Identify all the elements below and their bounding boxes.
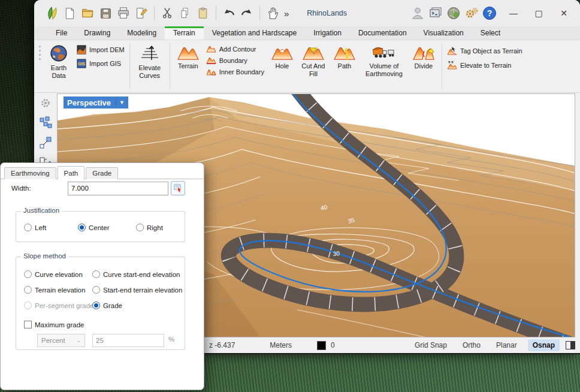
import-gis-button[interactable]: GIS Import GIS <box>74 58 127 69</box>
import-dem-button[interactable]: Import DEM <box>74 44 127 55</box>
tag-object-as-terrain-button[interactable]: Tag Object as Terrain <box>445 46 525 56</box>
tab-path[interactable]: Path <box>58 166 85 179</box>
cut-and-fill-button[interactable]: Cut And Fill <box>298 42 329 91</box>
width-input[interactable] <box>68 182 168 195</box>
cut-button[interactable] <box>159 5 176 22</box>
radio-terrain-elevation[interactable]: Terrain elevation <box>24 286 85 294</box>
tab-vegetation-hardscape[interactable]: Vegetation and Hardscape <box>204 26 305 40</box>
more-tools-button[interactable]: » <box>282 8 291 19</box>
layer-color-swatch[interactable] <box>317 341 326 350</box>
paste-button[interactable] <box>195 5 212 22</box>
edit-note-button[interactable] <box>133 5 150 22</box>
elevate-to-terrain-button[interactable]: Elevate to Terrain <box>445 60 525 70</box>
radio-per-segment-grade: Per-segment grade <box>24 301 93 309</box>
account-icon[interactable] <box>409 5 426 22</box>
justification-legend: Justification <box>21 207 62 214</box>
gis-badge-icon: GIS <box>77 59 86 68</box>
ribbon-separator <box>170 43 170 89</box>
undo-button[interactable] <box>220 5 237 22</box>
path-button[interactable]: Path <box>329 42 360 91</box>
earth-data-button[interactable]: Earth Data <box>43 42 74 91</box>
open-file-button[interactable] <box>79 5 96 22</box>
tab-documentation[interactable]: Documentation <box>350 26 415 40</box>
pan-hand-button[interactable] <box>264 5 281 22</box>
ribbon-grip-handle[interactable] <box>38 42 43 91</box>
radio-curve-elevation[interactable]: Curve elevation <box>24 270 83 278</box>
z-coordinate: z -6.437 <box>209 341 235 349</box>
inner-boundary-icon <box>206 68 216 76</box>
layer-name[interactable]: 0 <box>331 341 335 349</box>
earth-anchor-icon[interactable] <box>445 5 462 22</box>
pick-width-button[interactable] <box>171 181 185 195</box>
minimize-button[interactable]: — <box>503 5 524 22</box>
radio-left[interactable]: Left <box>24 224 46 231</box>
add-contour-button[interactable]: Add Contour <box>204 44 267 53</box>
path-options-dialog: Earthmoving Path Grade Width: Justificat… <box>0 162 204 390</box>
radio-right[interactable]: Right <box>136 224 163 231</box>
tab-irrigation[interactable]: Irrigation <box>305 26 350 40</box>
panel-layout-icon[interactable] <box>566 341 575 349</box>
tag-object-icon <box>447 46 457 55</box>
radio-center[interactable]: Center <box>78 224 110 231</box>
cut-and-fill-icon <box>303 44 324 61</box>
app-logo-icon <box>43 5 60 22</box>
terrain-button[interactable]: Terrain <box>173 42 204 91</box>
boundary-button[interactable]: Boundary <box>204 56 267 65</box>
tab-terrain[interactable]: Terrain <box>165 26 204 40</box>
add-contour-icon <box>206 45 216 53</box>
hole-button[interactable]: Hole <box>267 42 298 91</box>
blocks-tool-icon[interactable] <box>38 116 53 130</box>
maximize-button[interactable]: ▢ <box>528 5 549 22</box>
save-button[interactable] <box>97 5 114 22</box>
copy-button[interactable] <box>177 5 194 22</box>
tab-file[interactable]: File <box>47 26 75 40</box>
ribbon-separator <box>129 43 130 89</box>
tab-visualization[interactable]: Visualization <box>415 26 472 40</box>
grid-snap-toggle[interactable]: Grid Snap <box>410 339 452 351</box>
radio-curve-start-end-elevation[interactable]: Curve start-end elevation <box>92 270 180 278</box>
ribbon-tab-strip: File Drawing Modeling Terrain Vegetation… <box>34 26 580 40</box>
ribbon-terrain-panel: Earth Data Import DEM GIS Import GIS <box>34 40 580 93</box>
close-button[interactable]: ✕ <box>554 5 574 22</box>
toolbar-separator <box>259 6 260 20</box>
width-label: Width: <box>11 185 31 192</box>
help-icon[interactable]: ? <box>481 5 498 22</box>
ribbon-separator <box>442 43 442 89</box>
volume-of-earthmoving-button[interactable]: Volume of Earthmoving <box>360 42 408 91</box>
maximum-grade-checkbox[interactable]: Maximum grade <box>24 321 84 328</box>
scale-tool-icon[interactable] <box>38 135 53 150</box>
tab-drawing[interactable]: Drawing <box>75 26 119 40</box>
settings-gears-icon[interactable] <box>463 5 480 22</box>
boundary-icon <box>206 56 216 64</box>
new-file-button[interactable] <box>61 5 78 22</box>
inner-boundary-button[interactable]: Inner Boundary <box>204 67 267 76</box>
elevate-to-terrain-icon <box>447 61 457 70</box>
grade-unit-select[interactable]: Percent ⌄ <box>37 334 85 347</box>
command-console-icon[interactable] <box>427 5 444 22</box>
radio-start-end-terrain-elevation[interactable]: Start-end terrain elevation <box>92 286 182 294</box>
justification-group: Justification Left Center Right <box>16 211 185 242</box>
units-indicator[interactable]: Meters <box>270 341 292 349</box>
elevate-curves-button[interactable]: Elevate Curves <box>132 42 167 91</box>
toolbar-separator <box>154 6 155 20</box>
max-grade-input[interactable] <box>92 334 164 347</box>
svg-text:?: ? <box>487 8 493 18</box>
divide-button[interactable]: Divide <box>408 42 439 91</box>
percent-sign: % <box>168 336 174 343</box>
tab-modeling[interactable]: Modeling <box>119 26 165 40</box>
panel-gear-icon[interactable] <box>38 96 53 110</box>
titlebar: » RhinoLands ? — ▢ ✕ <box>34 0 580 26</box>
print-button[interactable] <box>115 5 132 22</box>
radio-grade[interactable]: Grade <box>92 301 122 309</box>
tab-select[interactable]: Select <box>472 26 509 40</box>
path-icon <box>334 44 355 61</box>
ortho-toggle[interactable]: Ortho <box>458 339 485 351</box>
divide-icon <box>413 44 434 61</box>
viewport-title[interactable]: Perspective ▼ <box>64 97 128 108</box>
planar-toggle[interactable]: Planar <box>491 339 522 351</box>
tab-earthmoving[interactable]: Earthmoving <box>4 167 56 179</box>
redo-button[interactable] <box>238 5 255 22</box>
viewport-dropdown-icon[interactable]: ▼ <box>116 99 125 105</box>
tab-grade[interactable]: Grade <box>86 167 118 179</box>
osnap-toggle[interactable]: Osnap <box>528 339 560 351</box>
